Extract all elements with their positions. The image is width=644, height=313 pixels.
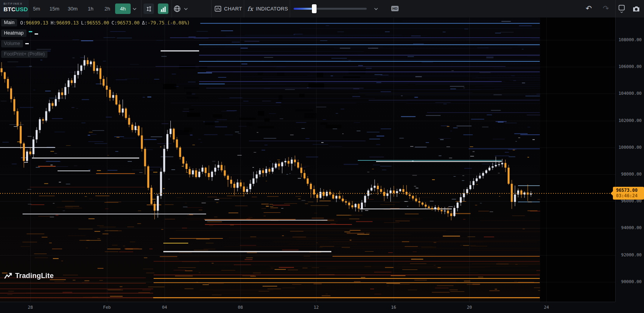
ohlc-key: O: xyxy=(20,20,26,26)
time-axis-label: 04 xyxy=(162,305,167,310)
heatmap-legend-dash xyxy=(29,31,32,32)
slider-handle[interactable] xyxy=(312,4,317,13)
time-axis-label: 24 xyxy=(544,305,549,310)
ohlc-value: 96573.00 xyxy=(117,20,140,26)
fx-icon: fx xyxy=(247,5,253,12)
ohlc-key: Δ: xyxy=(142,20,147,26)
globe-chevron-icon[interactable] xyxy=(184,8,188,10)
price-axis-label: 100000.00 xyxy=(618,145,642,150)
heatmap-intensity-slider[interactable] xyxy=(294,8,367,10)
current-price-value: 96573.00 xyxy=(616,188,642,193)
symbol-quote: USD xyxy=(16,6,28,12)
toolbar: BITFINEX BTCUSD 5m15m30m1h2h4h xyxy=(0,0,644,17)
footprint-layer-row: FootPrint+ (Profile) xyxy=(1,50,192,58)
camera-icon[interactable] xyxy=(632,5,640,12)
indicator-legend: Main O:96699.13H:96699.13L:96555.00C:965… xyxy=(1,19,192,61)
ohlc-key: L: xyxy=(81,20,87,26)
time-axis-label: Feb xyxy=(103,305,111,310)
heatmap-chart-icon xyxy=(160,6,166,12)
hd-badge[interactable]: HD xyxy=(391,6,399,11)
trading-app: BITFINEX BTCUSD 5m15m30m1h2h4h xyxy=(0,0,644,313)
current-price-tag: 96573.00 03:46:24 xyxy=(613,187,644,200)
main-ohlc-row: Main O:96699.13H:96699.13L:96555.00C:965… xyxy=(1,19,192,27)
chart-button-label: CHART xyxy=(224,6,242,12)
axis-corner xyxy=(615,302,644,313)
ohlc-value: 96699.13 xyxy=(56,20,79,26)
footprint-chart-type-button[interactable] xyxy=(144,3,154,14)
ohlc-value: -79.75 (-0.08%) xyxy=(148,20,190,26)
timeframe-5m[interactable]: 5m xyxy=(31,0,42,17)
volume-layer-chip[interactable]: Volume xyxy=(1,40,23,47)
chart-window-icon xyxy=(215,6,221,12)
time-axis-label: 12 xyxy=(313,305,318,310)
price-axis-label: 108000.00 xyxy=(618,37,642,42)
symbol-block[interactable]: BITFINEX BTCUSD xyxy=(0,0,28,17)
price-axis-label: 94000.00 xyxy=(621,225,642,230)
heatmap-layer-chip[interactable]: Heatmap xyxy=(1,30,26,37)
ohlc-key: C: xyxy=(112,20,117,26)
heatmap-layer-row: Heatmap xyxy=(1,29,192,37)
time-axis[interactable]: 28Feb040812162024 xyxy=(0,302,615,313)
price-axis[interactable]: 96573.00 03:46:24 108000.00106000.001040… xyxy=(615,17,644,302)
indicators-button[interactable]: fx INDICATORS xyxy=(247,0,288,17)
time-axis-label: 16 xyxy=(391,305,396,310)
tradinglite-watermark: TradingLite xyxy=(4,272,54,280)
timeframe-15m[interactable]: 15m xyxy=(46,0,63,17)
price-axis-label: 102000.00 xyxy=(618,118,642,123)
time-axis-label: 28 xyxy=(28,305,33,310)
exchange-name: BITFINEX xyxy=(4,2,28,5)
price-axis-label: 98000.00 xyxy=(621,172,642,177)
slider-chevron-icon[interactable] xyxy=(374,8,378,10)
tradinglite-logo-icon xyxy=(4,272,12,280)
ohlc-key: H: xyxy=(51,20,56,26)
chart-button[interactable]: CHART xyxy=(215,0,242,17)
symbol-base: BTC xyxy=(4,6,16,12)
heatmap-legend-dash-2 xyxy=(35,33,38,35)
volume-layer-row: Volume xyxy=(1,40,192,48)
volume-legend-dash xyxy=(25,43,29,44)
main-layer-chip[interactable]: Main xyxy=(1,19,17,26)
globe-icon[interactable] xyxy=(173,5,181,12)
timeframe-4h[interactable]: 4h xyxy=(115,3,131,14)
undo-button[interactable]: ↶ xyxy=(586,3,592,14)
price-axis-label: 90000.00 xyxy=(621,279,642,284)
current-price-line xyxy=(0,193,613,194)
ohlc-value: 96555.00 xyxy=(87,20,109,26)
timeframe-chevron-icon[interactable] xyxy=(133,8,136,10)
ohlc-readout: O:96699.13H:96699.13L:96555.00C:96573.00… xyxy=(20,20,192,26)
timeframe-1h[interactable]: 1h xyxy=(84,0,97,17)
price-axis-label: 104000.00 xyxy=(618,91,642,96)
window-layout-icon[interactable] xyxy=(618,5,625,13)
timeframe-2h[interactable]: 2h xyxy=(101,0,114,17)
price-axis-label: 106000.00 xyxy=(618,64,642,69)
candle-countdown: 03:46:24 xyxy=(616,193,642,198)
symbol-pair: BTCUSD xyxy=(4,6,28,12)
ohlc-value: 96699.13 xyxy=(26,20,49,26)
time-axis-label: 20 xyxy=(467,305,472,310)
indicators-button-label: INDICATORS xyxy=(256,6,288,12)
tradinglite-logo-text: TradingLite xyxy=(15,272,54,280)
price-axis-label: 92000.00 xyxy=(621,252,642,257)
heatmap-chart-type-button[interactable] xyxy=(158,3,168,14)
timeframe-30m[interactable]: 30m xyxy=(64,0,81,17)
redo-button[interactable]: ↷ xyxy=(603,3,609,14)
footprint-layer-chip[interactable]: FootPrint+ (Profile) xyxy=(1,50,47,58)
time-axis-label: 08 xyxy=(238,305,243,310)
footprint-chart-icon xyxy=(146,6,152,12)
